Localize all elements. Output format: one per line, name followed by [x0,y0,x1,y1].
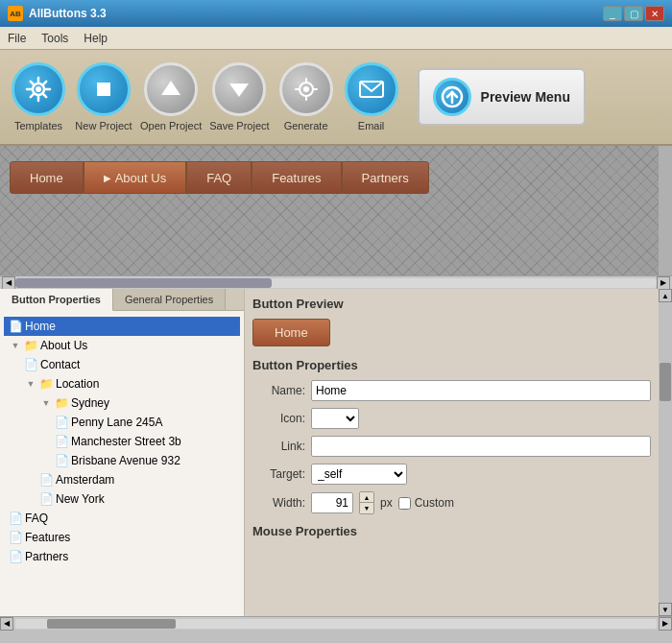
email-icon [345,62,398,116]
tab-general-properties[interactable]: General Properties [113,289,226,310]
svg-line-8 [43,82,47,85]
tree-node-partners-label: Partners [25,550,68,563]
new-project-label: New Project [75,120,132,131]
link-row: Link: [252,436,651,457]
bottom-scrollbar[interactable]: ◀ ▶ [0,616,672,630]
button-properties-section: Button Properties Name: Icon: Link: Targ [252,358,651,514]
nav-item-faq[interactable]: FAQ [186,161,252,194]
tree-node-features-label: Features [25,531,70,544]
bottom-scroll-right-btn[interactable]: ▶ [659,617,672,631]
nav-item-home[interactable]: Home [10,161,84,194]
save-project-icon [212,62,266,116]
icon-row: Icon: [252,408,651,429]
tree-node-features[interactable]: 📄 Features [4,528,240,547]
maximize-button[interactable]: ▢ [624,6,643,21]
tree-node-brisbane[interactable]: 📄 Brisbane Avenue 932 [4,451,240,470]
scroll-left-btn[interactable]: ◀ [2,276,15,290]
v-scroll-up-btn[interactable]: ▲ [659,289,672,302]
toolbar-save-project-button[interactable]: Save Project [209,62,269,131]
h-scroll-thumb[interactable] [15,278,272,288]
nav-preview-area: Home ▶ About Us FAQ Features Partners [0,146,672,275]
tree-folder-icon-2: 📁 [38,376,54,392]
nav-item-about[interactable]: ▶ About Us [84,161,186,194]
menu-help[interactable]: Help [84,32,108,45]
horizontal-scrollbar[interactable]: ◀ ▶ [0,275,672,289]
generate-icon [279,62,333,116]
tree-node-penny-lane[interactable]: 📄 Penny Lane 245A [4,413,240,432]
toolbar-new-project-button[interactable]: New Project [75,62,132,131]
target-select[interactable]: _self _blank _parent _top [311,464,407,485]
tree-file-icon-10: 📄 [8,549,23,564]
gear-svg [23,74,54,105]
svg-point-0 [33,83,44,95]
custom-label: Custom [398,496,454,510]
vertical-scrollbar[interactable]: ▲ ▼ [659,289,672,616]
link-input[interactable] [311,436,651,457]
tree-node-about[interactable]: ▼ 📁 About Us [4,336,240,355]
tab-button-properties[interactable]: Button Properties [0,289,113,311]
nav-item-about-label: About Us [115,171,166,185]
width-down-btn[interactable]: ▼ [360,503,373,513]
main-area: Button Properties General Properties 📄 H… [0,289,672,616]
toolbar-email-button[interactable]: Email [343,62,400,131]
preview-menu-icon [433,78,471,116]
v-scroll-down-btn[interactable]: ▼ [659,603,672,616]
tree-node-location[interactable]: ▼ 📁 Location [4,374,240,393]
tree-node-amsterdam[interactable]: 📄 Amsterdam [4,470,240,489]
name-row: Name: [252,380,651,401]
tree-file-icon-2: 📄 [23,357,38,372]
tree-file-icon-9: 📄 [8,530,23,545]
width-label: Width: [252,496,305,510]
nav-item-partners[interactable]: Partners [342,161,429,194]
tabs-header: Button Properties General Properties [0,289,244,311]
close-button[interactable]: ✕ [645,6,664,21]
tree-node-faq[interactable]: 📄 FAQ [4,509,240,528]
tree-folder-icon-3: 📁 [54,395,69,411]
width-input[interactable] [311,492,353,513]
toolbar-templates-button[interactable]: Templates [10,62,67,131]
window-controls: _ ▢ ✕ [603,6,664,21]
v-scroll-thumb[interactable] [660,363,671,401]
svg-rect-10 [97,83,110,96]
menu-file[interactable]: File [8,32,26,45]
tree-node-manchester[interactable]: 📄 Manchester Street 3b [4,432,240,451]
title-bar: AB AllButtons 3.3 _ ▢ ✕ [0,0,672,27]
width-up-btn[interactable]: ▲ [360,492,373,503]
nav-arrow-icon: ▶ [104,173,111,183]
preview-menu-button[interactable]: Preview Menu [418,68,586,126]
svg-line-6 [31,82,35,85]
mouse-properties-title: Mouse Properties [252,524,651,538]
open-project-label: Open Project [140,120,202,131]
toolbar-open-project-button[interactable]: Open Project [140,62,202,131]
nav-item-features[interactable]: Features [252,161,341,194]
toolbar-generate-button[interactable]: Generate [277,62,335,131]
nav-item-faq-label: FAQ [206,171,231,185]
svg-line-7 [43,94,47,98]
tree-node-sydney[interactable]: ▼ 📁 Sydney [4,393,240,413]
tree-node-faq-label: FAQ [25,512,48,525]
bottom-scroll-thumb[interactable] [47,619,176,629]
icon-select[interactable] [311,408,359,429]
tree-node-home[interactable]: 📄 Home [4,317,240,336]
tree-view: 📄 Home ▼ 📁 About Us 📄 Contact ▼ 📁 Locati… [0,311,244,616]
left-panel: Button Properties General Properties 📄 H… [0,289,245,616]
nav-item-features-label: Features [272,171,321,185]
bottom-scroll-left-btn[interactable]: ◀ [0,617,13,631]
button-preview-section: Button Preview Home [252,297,651,346]
tree-node-location-label: Location [56,377,99,391]
tree-node-new-york[interactable]: 📄 New York [4,489,240,509]
save-project-label: Save Project [209,120,269,131]
width-row: Width: ▲ ▼ px Custom [252,491,651,514]
tree-folder-icon: 📁 [23,338,38,353]
tree-node-contact[interactable]: 📄 Contact [4,355,240,374]
width-controls: ▲ ▼ px Custom [311,491,454,514]
custom-checkbox[interactable] [398,497,411,510]
app-title: AllButtons 3.3 [29,7,107,20]
scroll-right-btn[interactable]: ▶ [657,276,670,290]
button-properties-title: Button Properties [252,358,651,372]
target-label: Target: [252,467,305,481]
menu-tools[interactable]: Tools [41,32,68,45]
name-input[interactable] [311,380,651,401]
tree-node-partners[interactable]: 📄 Partners [4,547,240,566]
minimize-button[interactable]: _ [603,6,622,21]
